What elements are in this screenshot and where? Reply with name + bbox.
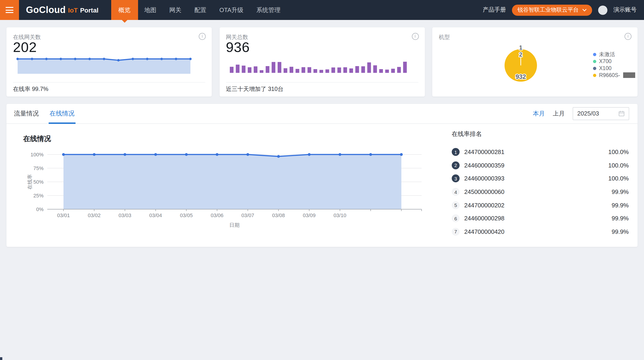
rank-badge: 7 [452,228,460,236]
legend-label: X100 [599,65,612,71]
nav-item-gateway[interactable]: 网关 [163,0,188,20]
ranking-row-5: 524470000020299.9% [452,199,629,212]
panel-tabs-row: 流量情况在线情况 本月上月 2025/03 [6,104,638,124]
svg-text:25%: 25% [33,193,44,198]
ranking-row-4: 424500000006099.9% [452,185,629,199]
nav-item-config[interactable]: 配置 [188,0,213,20]
stat-cards-row: 在线网关数 i 202 在线率 99.7% 网关总数 i 936 近三十天增加了… [6,27,638,96]
online-rate-value: 99.9% [612,188,629,195]
total-growth-footer: 近三十天增加了 310台 [226,82,418,96]
svg-text:2: 2 [519,51,522,58]
gateway-id: 245000000060 [464,188,612,195]
month-picker-value: 2025/03 [577,110,599,117]
legend-item-r9660s[interactable]: R9660S- [593,73,636,78]
legend-item-x100[interactable]: X100 [593,66,636,71]
nav-item-system-admin[interactable]: 系统管理 [250,0,287,20]
svg-text:03/08: 03/08 [272,212,285,218]
legend-label: R9660S- [599,72,620,78]
platform-select-button[interactable]: 锐谷智联工业物联云平台 [512,5,592,16]
redacted-text [624,72,636,78]
total-bars-chart [230,54,406,74]
legend-dot [593,67,596,70]
online-rate-value: 100.0% [608,149,629,156]
info-icon[interactable]: i [199,33,206,40]
chevron-down-icon [582,9,586,11]
top-nav-bar: GoCloud IoT Portal 概览地图网关配置OTA升级系统管理 产品手… [0,0,644,20]
logo-accent: IoT [68,6,78,14]
legend-label: 未激活 [599,51,615,58]
page-corner-artifact [0,357,2,360]
nav-item-ota-upgrade[interactable]: OTA升级 [213,0,250,20]
page-content: 在线网关数 i 202 在线率 99.7% 网关总数 i 936 近三十天增加了… [0,20,644,247]
gateway-id: 244600000393 [464,175,608,182]
header-right: 产品手册 锐谷智联工业物联云平台 演示账号 [483,0,644,20]
svg-text:1: 1 [519,44,522,51]
gateway-id: 244700000202 [464,202,612,209]
legend-item-[interactable]: 未激活 [593,52,636,57]
legend-dot [593,53,596,56]
gateway-id: 244700000420 [464,228,612,235]
card-total-gateways: 网关总数 i 936 近三十天增加了 310台 [220,27,424,96]
svg-text:在线率: 在线率 [27,174,33,189]
rank-badge: 4 [452,188,460,196]
svg-text:932: 932 [516,73,526,80]
total-gateway-count: 936 [226,39,250,55]
logo-brand: GoCloud [26,5,66,15]
svg-text:03/05: 03/05 [180,212,193,218]
legend-dot [593,74,596,77]
rank-badge: 2 [452,161,460,169]
month-picker-input[interactable]: 2025/03 [573,107,629,120]
tab-online[interactable]: 在线情况 [50,104,74,123]
online-rate-area-chart: 100%75%50%25%0%03/0103/0203/0303/0403/05… [6,104,451,247]
rank-badge: 5 [452,201,460,209]
online-sparkline-chart [13,56,205,76]
tab-traffic[interactable]: 流量情况 [14,104,39,123]
nav-item-overview[interactable]: 概览 [111,0,138,20]
online-rate-value: 100.0% [608,175,629,182]
avatar [598,5,608,15]
logo-suffix: Portal [80,6,98,14]
ranking-row-1: 1244700000281100.0% [452,145,629,159]
svg-text:日期: 日期 [229,222,240,228]
range-controls: 本月上月 2025/03 [533,107,629,120]
svg-text:03/10: 03/10 [334,212,346,218]
svg-text:03/06: 03/06 [210,212,223,218]
rank-badge: 6 [452,215,460,223]
gateway-id: 244700000281 [464,149,608,156]
calendar-icon [618,110,624,116]
svg-text:0%: 0% [36,206,44,212]
logo: GoCloud IoT Portal [26,0,98,20]
svg-text:03/09: 03/09 [303,212,316,218]
online-rate-value: 99.9% [612,215,629,222]
svg-text:50%: 50% [33,179,44,185]
ranking-row-3: 3244600000393100.0% [452,172,629,185]
product-manual-link[interactable]: 产品手册 [483,6,506,14]
legend-dot [593,60,596,63]
range-button-this-month[interactable]: 本月 [533,109,545,118]
card-online-gateways: 在线网关数 i 202 在线率 99.7% [6,27,212,96]
svg-text:100%: 100% [30,151,44,157]
range-button-last-month[interactable]: 上月 [553,109,565,118]
ranking-row-6: 624460000029899.9% [452,212,629,225]
online-status-panel: 流量情况在线情况 本月上月 2025/03 在线情况 100%7 [6,104,638,247]
gateway-id: 244600000359 [464,162,608,169]
svg-text:03/01: 03/01 [57,212,70,218]
svg-text:75%: 75% [33,165,44,171]
models-legend: 未激活X700X100R9660S- [593,52,636,78]
svg-text:03/02: 03/02 [88,212,100,218]
account-name: 演示账号 [614,6,636,14]
card-models: 机型 i 12932 未激活X700X100R9660S- [432,27,638,96]
rank-badge: 1 [452,148,460,156]
online-rate-ranking: 在线率排名 1244700000281100.0%224460000035910… [452,130,629,238]
legend-label: X700 [599,58,612,64]
nav-item-map[interactable]: 地图 [138,0,163,20]
chart-title: 在线情况 [23,134,51,143]
platform-select-label: 锐谷智联工业物联云平台 [518,6,579,14]
online-rate-footer: 在线率 99.7% [13,82,205,96]
legend-item-x700[interactable]: X700 [593,59,636,64]
online-rate-value: 100.0% [608,162,629,169]
panel-tabs: 流量情况在线情况 [14,104,85,123]
info-icon[interactable]: i [412,33,418,40]
svg-text:03/03: 03/03 [118,212,131,218]
menu-toggle-button[interactable] [0,0,19,20]
